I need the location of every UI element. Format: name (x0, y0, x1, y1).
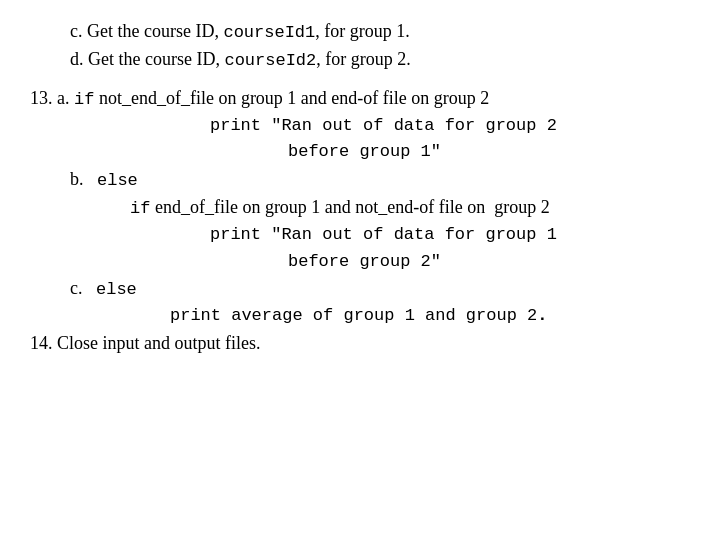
c-text: c. Get the course ID, (70, 18, 223, 46)
d-line: d. Get the course ID, courseId2, for gro… (30, 46, 690, 74)
13b-print-text: print "Ran out of data for group 1 (210, 222, 557, 248)
13a-print-text: print "Ran out of data for group 2 (210, 113, 557, 139)
14-line: 14. Close input and output files. (30, 330, 690, 358)
13c-label: c. (70, 275, 96, 303)
14-text: 14. Close input and output files. (30, 330, 260, 358)
13c-else: else (96, 277, 137, 303)
13b-print-line: print "Ran out of data for group 1 (30, 222, 690, 248)
13b-before-line: before group 2" (30, 249, 690, 275)
c-text2: , for group 1. (315, 18, 409, 46)
13a-label: 13. a. (30, 85, 74, 113)
d-courseId2: courseId2 (224, 48, 316, 74)
d-text2: , for group 2. (316, 46, 410, 74)
13c-print-line: print average of group 1 and group 2. (30, 303, 690, 329)
13b-before-text: before group 2" (288, 249, 441, 275)
13c-line: c. else (30, 275, 690, 303)
main-content: c. Get the course ID, courseId1, for gro… (30, 18, 690, 358)
13a-if: if (74, 87, 94, 113)
c-line: c. Get the course ID, courseId1, for gro… (30, 18, 690, 46)
13c-print-text: print average of group 1 and group 2. (170, 303, 547, 329)
13b-else: else (97, 168, 138, 194)
13b-if-text: end_of_file on group 1 and not_end-of fi… (150, 194, 549, 222)
13a-text: not_end_of_file on group 1 and end-of fi… (94, 85, 489, 113)
13b-line: b. else (30, 166, 690, 194)
13a-before-text: before group 1" (288, 139, 441, 165)
13a-line: 13. a. if not_end_of_file on group 1 and… (30, 85, 690, 113)
13b-if-line: if end_of_file on group 1 and not_end-of… (30, 194, 690, 222)
13a-print-line: print "Ran out of data for group 2 (30, 113, 690, 139)
d-text: d. Get the course ID, (70, 46, 224, 74)
c-courseId1: courseId1 (223, 20, 315, 46)
13a-before-line: before group 1" (30, 139, 690, 165)
spacer1 (30, 75, 690, 85)
13b-if: if (130, 196, 150, 222)
13b-label: b. (70, 166, 97, 194)
